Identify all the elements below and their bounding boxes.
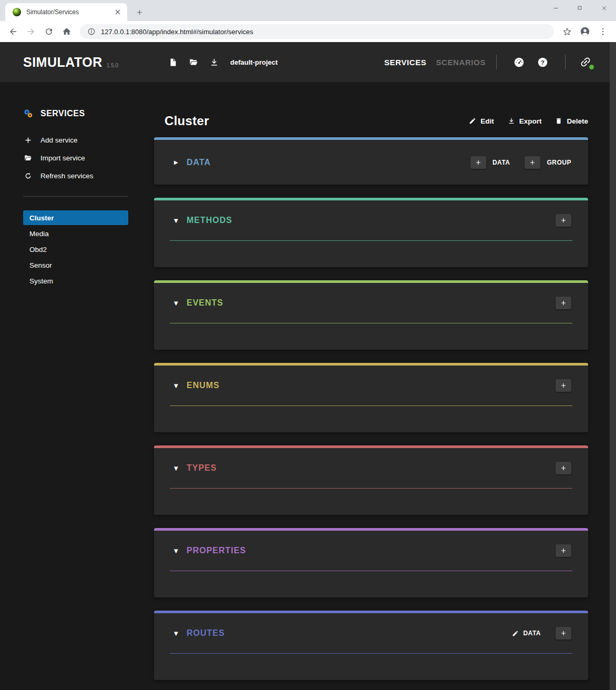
refresh-icon — [23, 171, 33, 180]
help-icon[interactable]: ? — [537, 57, 548, 68]
add-routes-button[interactable] — [556, 627, 571, 640]
sidebar-action-import-service[interactable]: Import service — [23, 149, 154, 167]
section-divider — [170, 571, 572, 571]
bookmark-star-icon[interactable] — [559, 23, 576, 40]
sidebar-action-label: Add service — [40, 136, 78, 144]
new-tab-button[interactable] — [132, 5, 146, 19]
new-file-icon[interactable] — [169, 58, 178, 67]
add-data-button[interactable]: DATA — [470, 156, 510, 169]
sidebar-item-label: Sensor — [29, 261, 52, 269]
sidebar-item-media[interactable]: Media — [23, 226, 128, 241]
section-title: TYPES — [187, 463, 217, 473]
gauge-icon[interactable] — [514, 57, 525, 68]
project-name: default-project — [230, 58, 278, 66]
open-folder-icon[interactable] — [189, 58, 198, 67]
plus-icon[interactable] — [556, 214, 571, 227]
services-gears-icon — [23, 108, 33, 118]
page-info-icon[interactable] — [87, 27, 96, 36]
section-card-data: ▶ DATA DATAGROUP — [154, 137, 588, 185]
plus-icon[interactable] — [556, 627, 571, 640]
collapse-arrow-icon[interactable]: ▼ — [174, 631, 181, 636]
edit-data-button[interactable]: DATA — [512, 630, 541, 637]
sidebar-action-label: Refresh services — [40, 172, 94, 180]
section-action-label: DATA — [523, 630, 541, 637]
collapse-arrow-icon[interactable]: ▼ — [174, 465, 181, 471]
pencil-icon — [512, 630, 519, 637]
add-properties-button[interactable] — [556, 544, 571, 557]
section-card-enums: ▼ ENUMS — [154, 363, 588, 432]
app-header: SIMULATOR 1.5.0 default-project SERVICES… — [0, 42, 616, 82]
expand-arrow-icon[interactable]: ▶ — [174, 159, 181, 165]
section-divider — [170, 405, 572, 406]
section-card-types: ▼ TYPES — [154, 445, 588, 515]
back-icon[interactable] — [5, 23, 22, 40]
window-maximize-button[interactable] — [568, 0, 592, 16]
nav-services[interactable]: SERVICES — [384, 58, 426, 67]
app-logo: SIMULATOR — [23, 55, 102, 70]
section-divider — [170, 240, 572, 241]
plus-icon[interactable] — [556, 297, 571, 309]
download-icon[interactable] — [210, 58, 219, 67]
browser-toolbar: 127.0.0.1:8080/app/index.html#/simulator… — [0, 21, 616, 42]
section-body — [154, 489, 588, 515]
collapse-arrow-icon[interactable]: ▼ — [174, 218, 181, 224]
add-types-button[interactable] — [556, 462, 571, 474]
window-close-button[interactable] — [592, 0, 616, 16]
browser-tab[interactable]: Simulator/Services — [5, 3, 127, 21]
sidebar-action-refresh-services[interactable]: Refresh services — [23, 167, 154, 185]
browser-tab-strip: Simulator/Services — [0, 0, 616, 21]
home-icon[interactable] — [58, 23, 75, 40]
collapse-arrow-icon[interactable]: ▼ — [174, 383, 181, 389]
tab-close-icon[interactable] — [114, 8, 122, 16]
toolbar-button-label: Export — [519, 117, 542, 125]
collapse-arrow-icon[interactable]: ▼ — [174, 300, 181, 306]
sidebar-title: SERVICES — [40, 109, 85, 118]
main-content: Cluster Edit Export Delete ▶ DATA DATAGR… — [154, 82, 616, 690]
plus-icon[interactable] — [556, 379, 571, 392]
delete-button[interactable]: Delete — [555, 117, 588, 125]
add-events-button[interactable] — [556, 297, 571, 309]
edit-button[interactable]: Edit — [469, 117, 494, 125]
plus-icon[interactable] — [556, 462, 571, 474]
add-enums-button[interactable] — [556, 379, 571, 392]
section-card-methods: ▼ METHODS — [154, 198, 588, 267]
export-button[interactable]: Export — [508, 117, 542, 125]
sidebar-item-label: Cluster — [29, 214, 54, 222]
sidebar-item-obd2[interactable]: Obd2 — [23, 242, 128, 257]
section-title: ENUMS — [187, 381, 220, 390]
svg-text:?: ? — [541, 59, 545, 65]
sidebar-item-system[interactable]: System — [23, 273, 128, 288]
add-group-button[interactable]: GROUP — [525, 156, 571, 169]
plus-icon[interactable] — [525, 156, 540, 169]
sidebar-item-cluster[interactable]: Cluster — [23, 210, 128, 225]
tab-title: Simulator/Services — [26, 8, 114, 16]
sidebar-item-label: Obd2 — [29, 246, 47, 253]
sidebar-divider — [23, 196, 128, 197]
sidebar-item-label: Media — [29, 230, 49, 238]
connection-link-icon[interactable] — [579, 56, 592, 68]
plus-icon[interactable] — [556, 544, 571, 557]
section-title: ROUTES — [187, 628, 225, 638]
browser-menu-icon[interactable] — [594, 23, 611, 40]
nav-scenarios[interactable]: SCENARIOS — [436, 58, 486, 67]
header-divider — [565, 55, 566, 69]
window-minimize-button[interactable] — [543, 0, 568, 16]
add-methods-button[interactable] — [556, 214, 571, 227]
toolbar-button-label: Delete — [567, 117, 588, 125]
section-divider — [170, 653, 572, 654]
section-action-label: DATA — [492, 159, 510, 166]
forward-icon[interactable] — [23, 23, 39, 40]
address-bar[interactable]: 127.0.0.1:8080/app/index.html#/simulator… — [80, 24, 554, 39]
plus-icon[interactable] — [470, 156, 486, 169]
section-card-properties: ▼ PROPERTIES — [154, 528, 588, 597]
section-card-events: ▼ EVENTS — [154, 280, 588, 350]
download-icon — [508, 117, 515, 125]
section-title: PROPERTIES — [187, 546, 246, 555]
sidebar-item-sensor[interactable]: Sensor — [23, 258, 128, 272]
page-scrollbar[interactable] — [610, 42, 616, 690]
section-body — [154, 654, 588, 680]
sidebar-action-add-service[interactable]: Add service — [23, 131, 154, 149]
reload-icon[interactable] — [40, 23, 57, 40]
collapse-arrow-icon[interactable]: ▼ — [174, 548, 181, 554]
profile-avatar[interactable] — [577, 23, 593, 40]
